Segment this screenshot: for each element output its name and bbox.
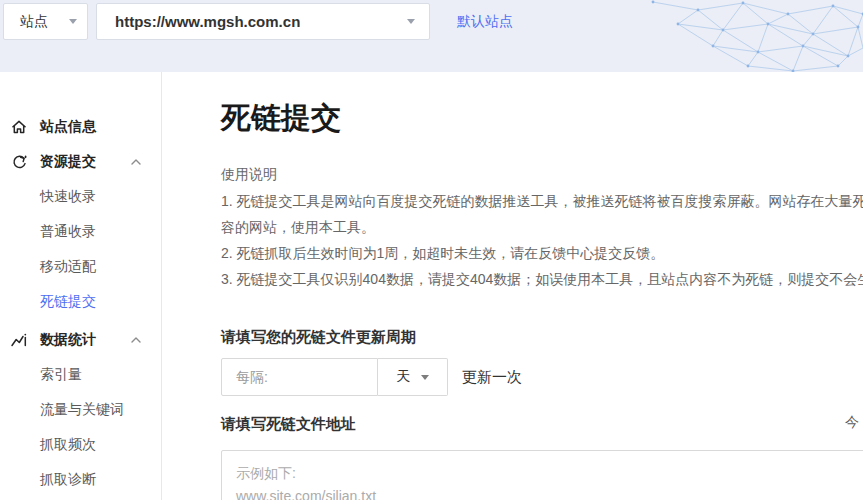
default-site-link[interactable]: 默认站点 [457,13,513,31]
sidebar-item-mobile-adapt[interactable]: 移动适配 [0,249,161,284]
dead-link-file-textarea[interactable] [221,450,863,500]
sidebar-item-label: 死链提交 [40,293,96,311]
instruction-line: 1. 死链提交工具是网站向百度提交死链的数据推送工具，被推送死链将被百度搜索屏蔽… [221,188,863,214]
sidebar-item-label: 抓取诊断 [40,471,96,489]
sidebar-item-label: 站点信息 [40,118,96,136]
sidebar-item-label: 流量与关键词 [40,401,124,419]
sidebar-item-label: 普通收录 [40,223,96,241]
submit-arrow-icon [10,153,28,171]
site-url-value: https://www.mgsh.com.cn [115,13,300,30]
sidebar-item-crawl-frequency[interactable]: 抓取频次 [0,427,161,462]
site-type-select[interactable]: 站点 [3,3,88,40]
instructions: 1. 死链提交工具是网站向百度提交死链的数据推送工具，被推送死链将被百度搜索屏蔽… [221,188,863,292]
quota-partial-text: 今 [845,414,859,432]
sidebar-item-site-info[interactable]: 站点信息 [0,109,161,144]
chevron-up-icon [129,155,143,169]
sidebar-item-label: 数据统计 [40,331,96,349]
chevron-down-icon [421,375,429,380]
sidebar-item-label: 资源提交 [40,153,96,171]
chevron-up-icon [129,333,143,347]
sidebar-item-resource-submit[interactable]: 资源提交 [0,144,161,179]
chart-icon [10,331,28,349]
sidebar-item-traffic-keywords[interactable]: 流量与关键词 [0,392,161,427]
interval-input[interactable] [221,358,378,396]
sidebar-item-label: 快速收录 [40,188,96,206]
instruction-line: 3. 死链提交工具仅识别404数据，请提交404数据；如误使用本工具，且站点内容… [221,266,863,292]
update-once-text: 更新一次 [462,358,522,396]
chevron-down-icon [69,19,77,24]
topbar: 站点 https://www.mgsh.com.cn 默认站点 [0,0,863,72]
unit-value: 天 [397,368,411,386]
sidebar-item-label: 抓取频次 [40,436,96,454]
network-mesh-decoration [623,0,863,72]
sidebar-item-normal-index[interactable]: 普通收录 [0,214,161,249]
sidebar-item-dead-link-submit[interactable]: 死链提交 [0,284,161,319]
sidebar-item-crawl-diagnosis[interactable]: 抓取诊断 [0,462,161,497]
page-title: 死链提交 [221,98,341,138]
chevron-down-icon [407,19,415,24]
main-content: 死链提交 使用说明 1. 死链提交工具是网站向百度提交死链的数据推送工具，被推送… [221,72,863,500]
sidebar: 站点信息 资源提交 快速收录 普通收录 移动适配 死链提交 [0,72,162,500]
file-address-label: 请填写死链文件地址 [221,415,356,434]
sidebar-item-fast-index[interactable]: 快速收录 [0,179,161,214]
sidebar-item-label: 移动适配 [40,258,96,276]
site-url-select[interactable]: https://www.mgsh.com.cn [96,3,430,40]
home-icon [10,118,28,136]
unit-select[interactable]: 天 [378,358,448,396]
update-cycle-row: 天 更新一次 [221,358,522,396]
sidebar-item-index-volume[interactable]: 索引量 [0,357,161,392]
site-type-label: 站点 [20,13,48,31]
instruction-line: 容的网站，使用本工具。 [221,214,863,240]
update-cycle-label: 请填写您的死链文件更新周期 [221,328,416,347]
instruction-line: 2. 死链抓取后生效时间为1周，如超时未生效，请在反馈中心提交反馈。 [221,240,863,266]
sidebar-item-label: 索引量 [40,366,82,384]
sidebar-item-data-stats[interactable]: 数据统计 [0,322,161,357]
instructions-heading: 使用说明 [221,166,277,184]
